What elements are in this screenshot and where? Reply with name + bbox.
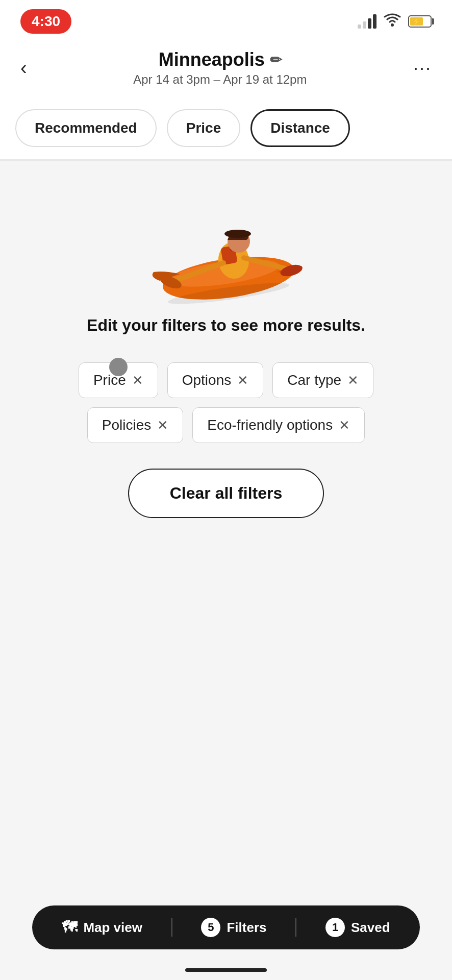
sort-tabs: Recommended Price Distance bbox=[0, 101, 452, 159]
signal-icon bbox=[358, 14, 376, 29]
saved-label: Saved bbox=[351, 920, 390, 936]
tab-recommended[interactable]: Recommended bbox=[15, 109, 157, 147]
map-view-button[interactable]: 🗺 Map view bbox=[62, 919, 142, 936]
chip-remove-cartype[interactable]: ✕ bbox=[347, 374, 359, 387]
edit-icon[interactable]: ✏ bbox=[270, 52, 282, 68]
filter-chip-options[interactable]: Options ✕ bbox=[167, 362, 264, 398]
map-view-label: Map view bbox=[83, 920, 142, 936]
filter-chips: Price ✕ Options ✕ Car type ✕ Policies ✕ … bbox=[47, 362, 405, 443]
chip-label-options: Options bbox=[182, 372, 232, 388]
date-range: Apr 14 at 3pm – Apr 19 at 12pm bbox=[27, 72, 413, 87]
chip-remove-options[interactable]: ✕ bbox=[237, 374, 248, 387]
header-center: Minneapolis ✏ Apr 14 at 3pm – Apr 19 at … bbox=[27, 49, 413, 87]
header: ‹ Minneapolis ✏ Apr 14 at 3pm – Apr 19 a… bbox=[0, 39, 452, 101]
wifi-icon bbox=[384, 13, 401, 30]
status-bar: 4:30 ⚡ bbox=[0, 0, 452, 39]
status-time: 4:30 bbox=[20, 9, 71, 34]
clear-all-filters-button[interactable]: Clear all filters bbox=[128, 469, 324, 518]
map-icon: 🗺 bbox=[62, 919, 77, 936]
city-name: Minneapolis bbox=[159, 49, 265, 70]
more-button[interactable]: ··· bbox=[413, 57, 432, 79]
filter-chip-price[interactable]: Price ✕ bbox=[79, 362, 158, 398]
nav-divider-1 bbox=[171, 918, 172, 937]
svg-point-6 bbox=[224, 230, 251, 238]
tab-price[interactable]: Price bbox=[167, 109, 241, 147]
chip-label-eco: Eco-friendly options bbox=[207, 417, 333, 433]
nav-divider-2 bbox=[295, 918, 296, 937]
bottom-nav: 🗺 Map view 5 Filters 1 Saved bbox=[32, 905, 420, 949]
main-content: Edit your filters to see more results. P… bbox=[0, 161, 452, 538]
header-title: Minneapolis ✏ bbox=[27, 49, 413, 70]
saved-button[interactable]: 1 Saved bbox=[325, 918, 390, 937]
empty-message: Edit your filters to see more results. bbox=[87, 314, 365, 337]
kayak-illustration bbox=[20, 191, 432, 314]
filters-button[interactable]: 5 Filters bbox=[201, 918, 266, 937]
battery-icon: ⚡ bbox=[408, 15, 432, 28]
chip-label-cartype: Car type bbox=[287, 372, 341, 388]
home-indicator bbox=[185, 968, 267, 972]
drag-handle[interactable] bbox=[109, 358, 128, 376]
filters-badge: 5 bbox=[201, 918, 220, 937]
filter-chip-eco[interactable]: Eco-friendly options ✕ bbox=[192, 407, 365, 443]
chip-remove-eco[interactable]: ✕ bbox=[339, 419, 350, 432]
chip-label-policies: Policies bbox=[102, 417, 151, 433]
back-button[interactable]: ‹ bbox=[20, 58, 27, 78]
saved-badge: 1 bbox=[325, 918, 345, 937]
filter-chip-policies[interactable]: Policies ✕ bbox=[87, 407, 183, 443]
filters-label: Filters bbox=[227, 920, 266, 936]
tab-distance[interactable]: Distance bbox=[250, 109, 350, 147]
svg-point-0 bbox=[391, 23, 394, 27]
filter-chip-cartype[interactable]: Car type ✕ bbox=[272, 362, 373, 398]
chip-remove-policies[interactable]: ✕ bbox=[157, 419, 168, 432]
chip-remove-price[interactable]: ✕ bbox=[132, 374, 143, 387]
status-icons: ⚡ bbox=[358, 13, 432, 30]
